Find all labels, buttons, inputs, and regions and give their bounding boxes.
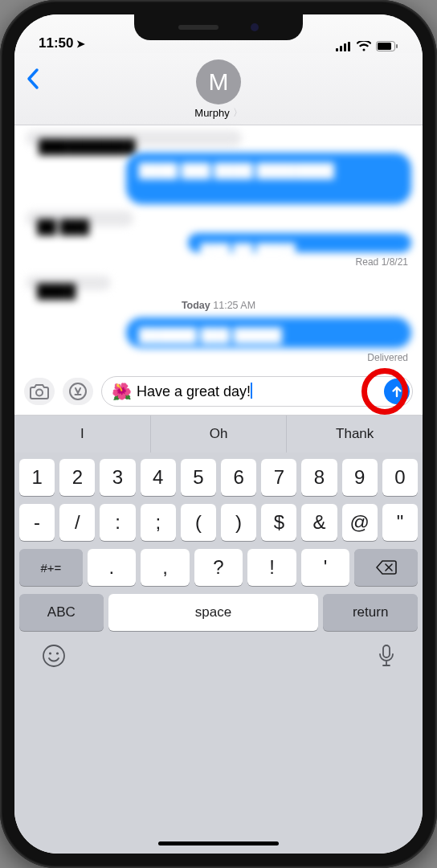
key-5[interactable]: 5 xyxy=(181,459,216,496)
svg-rect-2 xyxy=(344,43,346,51)
key-rparen[interactable]: ) xyxy=(221,504,256,541)
key-slash[interactable]: / xyxy=(59,504,95,541)
appstore-button[interactable] xyxy=(63,378,93,405)
svg-rect-3 xyxy=(348,42,350,51)
message-incoming[interactable]: ██████████ xyxy=(26,130,242,146)
key-amp[interactable]: & xyxy=(301,504,337,541)
key-semicolon[interactable]: ; xyxy=(141,504,176,541)
cell-signal-icon xyxy=(336,42,352,51)
key-row-1: 1 2 3 4 5 6 7 8 9 0 xyxy=(19,459,418,496)
svg-point-9 xyxy=(43,645,64,666)
camera-button[interactable] xyxy=(24,378,55,405)
screen: 11:50 ➤ M Murphy xyxy=(14,14,423,854)
message-incoming[interactable]: ██ ███ xyxy=(26,211,133,227)
clock: 11:50 xyxy=(39,35,73,51)
phone-frame: 11:50 ➤ M Murphy xyxy=(0,0,437,868)
chevron-right-icon: 〉 xyxy=(233,106,243,120)
key-period[interactable]: . xyxy=(88,549,137,586)
message-incoming[interactable]: ████ xyxy=(26,276,111,290)
key-space[interactable]: space xyxy=(108,594,319,631)
key-row-3: #+= . , ? ! ' xyxy=(19,549,418,586)
quicktype-bar: I Oh Thank xyxy=(14,416,423,452)
key-question[interactable]: ? xyxy=(194,549,243,586)
key-abc[interactable]: ABC xyxy=(19,594,104,631)
emoji-keyboard-button[interactable] xyxy=(42,644,66,668)
key-7[interactable]: 7 xyxy=(261,459,296,496)
key-return[interactable]: return xyxy=(323,594,418,631)
wifi-icon xyxy=(357,41,371,51)
svg-rect-1 xyxy=(340,46,342,51)
keyboard-bottom-bar xyxy=(19,639,418,669)
message-outgoing[interactable]: ██████ ███ █████ xyxy=(126,317,411,348)
contact-name-row[interactable]: Murphy 〉 xyxy=(194,106,242,120)
suggestion-1[interactable]: I xyxy=(14,416,150,452)
svg-rect-6 xyxy=(396,44,398,48)
svg-point-10 xyxy=(49,652,51,654)
key-6[interactable]: 6 xyxy=(221,459,256,496)
key-row-4: ABC space return xyxy=(19,594,418,631)
location-icon: ➤ xyxy=(76,38,85,50)
key-lparen[interactable]: ( xyxy=(181,504,216,541)
compose-row: 🌺 Have a great day! xyxy=(14,371,423,416)
key-1[interactable]: 1 xyxy=(19,459,55,496)
message-text: Have a great day! xyxy=(137,383,251,399)
message-input[interactable]: 🌺 Have a great day! xyxy=(101,376,413,407)
svg-rect-0 xyxy=(336,48,338,51)
contact-name: Murphy xyxy=(194,107,229,119)
key-2[interactable]: 2 xyxy=(59,459,95,496)
back-button[interactable] xyxy=(26,68,40,90)
timestamp-divider: Today 11:25 AM xyxy=(182,300,255,311)
key-apostrophe[interactable]: ' xyxy=(301,549,350,586)
suggestion-3[interactable]: Thank xyxy=(286,416,423,452)
message-outgoing[interactable]: ████ ███ ████ ████████ xyxy=(126,153,411,204)
key-0[interactable]: 0 xyxy=(382,459,418,496)
key-quote[interactable]: " xyxy=(382,504,418,541)
key-comma[interactable]: , xyxy=(141,549,190,586)
battery-icon xyxy=(376,41,398,51)
key-4[interactable]: 4 xyxy=(141,459,176,496)
key-colon[interactable]: : xyxy=(100,504,135,541)
key-symbols-shift[interactable]: #+= xyxy=(19,549,83,586)
key-exclaim[interactable]: ! xyxy=(247,549,296,586)
key-row-2: - / : ; ( ) $ & @ " xyxy=(19,504,418,541)
contact-avatar[interactable]: M xyxy=(196,59,241,104)
suggestion-2[interactable]: Oh xyxy=(150,416,287,452)
key-at[interactable]: @ xyxy=(342,504,378,541)
read-receipt: Read 1/8/21 xyxy=(356,256,408,268)
key-8[interactable]: 8 xyxy=(301,459,337,496)
svg-rect-5 xyxy=(378,43,391,50)
conversation-thread[interactable]: ██████████ ████ ███ ████ ████████ ██ ███… xyxy=(14,125,423,371)
svg-rect-12 xyxy=(383,645,390,657)
send-button[interactable] xyxy=(384,379,410,404)
key-backspace[interactable] xyxy=(354,549,418,586)
key-3[interactable]: 3 xyxy=(100,459,135,496)
key-dollar[interactable]: $ xyxy=(261,504,296,541)
flower-emoji: 🌺 xyxy=(112,382,132,401)
svg-point-11 xyxy=(56,652,59,654)
delivered-label: Delivered xyxy=(367,352,408,363)
nav-header: M Murphy 〉 xyxy=(14,53,423,125)
key-9[interactable]: 9 xyxy=(342,459,378,496)
svg-point-7 xyxy=(36,390,43,396)
key-dash[interactable]: - xyxy=(19,504,55,541)
keyboard: 1 2 3 4 5 6 7 8 9 0 - / : ; ( ) $ & @ xyxy=(14,452,423,854)
message-outgoing[interactable]: ███ ██ ████ xyxy=(188,233,411,252)
home-indicator[interactable] xyxy=(158,841,279,845)
notch xyxy=(134,14,303,40)
dictation-button[interactable] xyxy=(378,644,395,668)
